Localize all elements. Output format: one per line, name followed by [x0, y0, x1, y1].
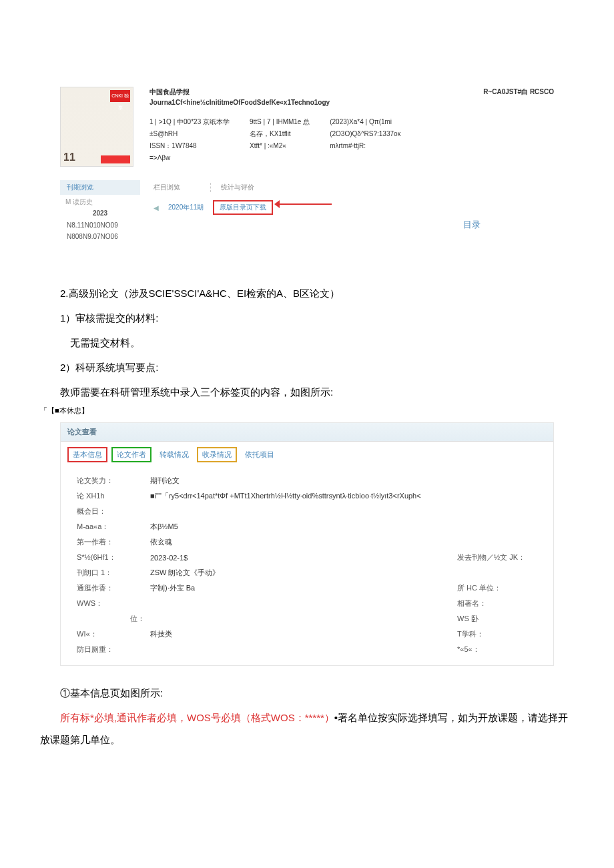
- para-basic-info: ①基本信息页如图所示:: [40, 682, 574, 704]
- tab-indexing[interactable]: 收录情况: [197, 447, 237, 462]
- form-tabs: 基本信息 论文作者 转载情况 收录情况 依托项目: [61, 442, 553, 468]
- para-system-hdr: 2）科研系统填写要点:: [40, 356, 574, 378]
- info-col1: 1 | >1Q | 中00*23 京纸本学 ±S@hRH ISSN：1W7848…: [149, 116, 230, 164]
- info-col3: (2023)Xa*4 | Qπ(1mi (2O3O)Qδ^RS?:1337oκ …: [330, 116, 400, 164]
- document-body: 2.高级别论文（涉及SCIE'SSCI'A&HC、EI检索的A、B区论文） 1）…: [40, 282, 574, 416]
- journal-figure: CNKI 独享 11 R~CA0JST#白 RCSCO 中国食品学报 Journ…: [60, 87, 554, 242]
- browse-tab-stats[interactable]: 统计与评价: [221, 183, 254, 191]
- download-toc-button[interactable]: 原版目录页下载: [213, 200, 273, 215]
- tab-projects[interactable]: 依托项目: [241, 448, 278, 461]
- info-col2: 9ttS | 7 | IHMM1e 总 名存，KX1tflit Xtft* | …: [250, 116, 310, 164]
- db-label: R~CA0JST#白 RCSCO: [483, 87, 554, 97]
- issue-nav-header: 刊期浏览: [60, 180, 140, 195]
- form-body: 论文奖力：期刊论文 论 XH1h■i""「ry5<drr<14pat*tΦf +…: [61, 468, 553, 665]
- year-label: 2023: [60, 209, 140, 217]
- form-header: 论文查看: [61, 423, 553, 442]
- annotation-arrow-icon: [278, 197, 345, 211]
- para-system-desc: 教师需要在科研管理系统中录入三个标签页的内容，如图所示:: [40, 381, 574, 403]
- para-materials-hdr: 1）审核需提交的材料:: [40, 307, 574, 329]
- cover-bar: [101, 155, 130, 163]
- journal-info: R~CA0JST#白 RCSCO 中国食品学报 Journa1Cf<hine½c…: [149, 87, 554, 167]
- journal-title-cn: 中国食品学报: [149, 88, 190, 95]
- para-no-materials: 无需提交材料。: [40, 332, 574, 354]
- paper-view-form: 论文查看 基本信息 论文作者 转载情况 收录情况 依托项目 论文奖力：期刊论文 …: [60, 422, 554, 666]
- journal-title-en: Journa1Cf<hine½cInititmeOfFoodSdefKe«x1T…: [149, 97, 554, 108]
- browse-panel: 栏目浏览 统计与评价 ◀ 2020年11期 原版目录页下载 目录: [154, 180, 554, 215]
- history-label: M 读历史: [60, 197, 140, 207]
- document-body-2: ①基本信息页如图所示: 所有标*必填,通讯作者必填，WOS号必填（格式WOS：*…: [40, 682, 574, 751]
- current-issue[interactable]: 2020年11期: [168, 203, 204, 212]
- tab-basic-info[interactable]: 基本信息: [67, 447, 107, 462]
- issue-nav: 刊期浏览 M 读历史 2023 N8.11N010NO09 N808N9.07N…: [60, 180, 140, 242]
- para-section-2: 2.高级别论文（涉及SCIE'SSCI'A&HC、EI检索的A、B区论文）: [40, 282, 574, 304]
- cover-issue-number: 11: [63, 151, 75, 163]
- prev-icon[interactable]: ◀: [154, 204, 159, 211]
- para-required-fields: 所有标*必填,通讯作者必填，WOS号必填（格式WOS：*****）•署名单位按实…: [40, 707, 574, 751]
- tab-authors[interactable]: 论文作者: [111, 447, 151, 462]
- form-caption: 「【■本休忠】: [40, 406, 574, 416]
- issue-list: N8.11N010NO09 N808N9.07NO06: [60, 220, 140, 242]
- toc-label: 目录: [463, 219, 481, 231]
- journal-cover: CNKI 独享 11: [60, 87, 133, 167]
- browse-tab-column[interactable]: 栏目浏览: [154, 183, 180, 191]
- required-red-text: 所有标*必填,通讯作者必填，WOS号必填（格式WOS：*****）: [60, 712, 334, 723]
- tab-reprint[interactable]: 转载情况: [156, 448, 193, 461]
- cnki-ribbon: CNKI 独享: [110, 90, 130, 102]
